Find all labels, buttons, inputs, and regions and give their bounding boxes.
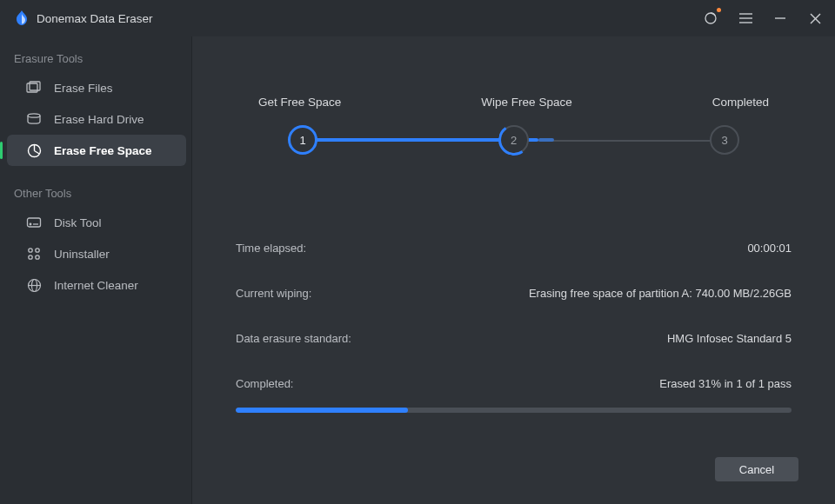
close-icon[interactable] bbox=[805, 9, 825, 28]
progress-fill bbox=[236, 408, 408, 413]
svg-point-15 bbox=[36, 249, 39, 252]
sidebar-item-label: Internet Cleaner bbox=[54, 279, 138, 292]
globe-icon bbox=[26, 277, 42, 293]
grid-icon bbox=[26, 246, 42, 262]
standard-value: HMG Infosec Standard 5 bbox=[667, 332, 792, 345]
app-logo-icon bbox=[14, 10, 30, 26]
step-circle-1: 1 bbox=[288, 125, 317, 155]
sidebar-item-erase-free-space[interactable]: Erase Free Space bbox=[7, 135, 186, 166]
completed-value: Erased 31% in 1 of 1 pass bbox=[659, 377, 792, 390]
svg-rect-11 bbox=[28, 218, 41, 227]
standard-label: Data erasure standard: bbox=[236, 332, 351, 345]
sidebar-item-label: Erase Free Space bbox=[54, 144, 152, 157]
sidebar-item-internet-cleaner[interactable]: Internet Cleaner bbox=[7, 269, 186, 301]
time-elapsed-value: 00:00:01 bbox=[747, 242, 792, 255]
step-circle-3: 3 bbox=[710, 125, 739, 155]
upgrade-icon[interactable] bbox=[701, 9, 720, 28]
sidebar-item-disk-tool[interactable]: Disk Tool bbox=[7, 207, 186, 238]
step-label-3: Completed bbox=[712, 96, 769, 109]
sidebar-item-erase-hard-drive[interactable]: Erase Hard Drive bbox=[7, 103, 186, 135]
sidebar: Erasure Tools Erase Files Erase Hard Dri… bbox=[0, 36, 192, 504]
app-title: Donemax Data Eraser bbox=[37, 12, 153, 25]
completed-label: Completed: bbox=[236, 377, 293, 390]
sidebar-item-label: Erase Hard Drive bbox=[54, 113, 144, 126]
main-panel: Get Free Space Wipe Free Space Completed… bbox=[192, 36, 835, 504]
pie-icon bbox=[26, 143, 42, 158]
minimize-icon[interactable] bbox=[771, 9, 790, 28]
sidebar-item-erase-files[interactable]: Erase Files bbox=[7, 72, 186, 103]
step-line-partial bbox=[538, 138, 554, 142]
sidebar-section-other: Other Tools bbox=[0, 183, 191, 207]
progress-stepper: Get Free Space Wipe Free Space Completed… bbox=[192, 96, 835, 156]
step-circle-2: 2 bbox=[499, 125, 529, 155]
step-label-1: Get Free Space bbox=[258, 96, 341, 109]
details-section: Time elapsed: 00:00:01 Current wiping: E… bbox=[192, 225, 835, 413]
svg-point-9 bbox=[28, 114, 40, 117]
svg-point-16 bbox=[29, 255, 32, 259]
sidebar-section-erasure: Erasure Tools bbox=[0, 49, 191, 72]
cancel-button[interactable]: Cancel bbox=[715, 457, 798, 481]
time-elapsed-label: Time elapsed: bbox=[236, 242, 306, 255]
hard-drive-icon bbox=[26, 111, 42, 127]
svg-point-12 bbox=[30, 223, 31, 225]
sidebar-item-label: Erase Files bbox=[54, 82, 113, 95]
step-label-2: Wipe Free Space bbox=[481, 96, 571, 109]
progress-bar bbox=[236, 408, 792, 413]
titlebar: Donemax Data Eraser bbox=[0, 0, 835, 36]
svg-point-14 bbox=[29, 249, 32, 252]
sidebar-item-label: Uninstaller bbox=[54, 248, 110, 261]
svg-point-17 bbox=[36, 255, 39, 259]
current-wiping-value: Erasing free space of partition A: 740.0… bbox=[529, 287, 792, 300]
files-icon bbox=[26, 80, 42, 96]
disk-icon bbox=[26, 215, 42, 230]
menu-icon[interactable] bbox=[736, 9, 755, 28]
sidebar-item-label: Disk Tool bbox=[54, 216, 102, 229]
sidebar-item-uninstaller[interactable]: Uninstaller bbox=[7, 238, 186, 269]
current-wiping-label: Current wiping: bbox=[236, 287, 311, 300]
